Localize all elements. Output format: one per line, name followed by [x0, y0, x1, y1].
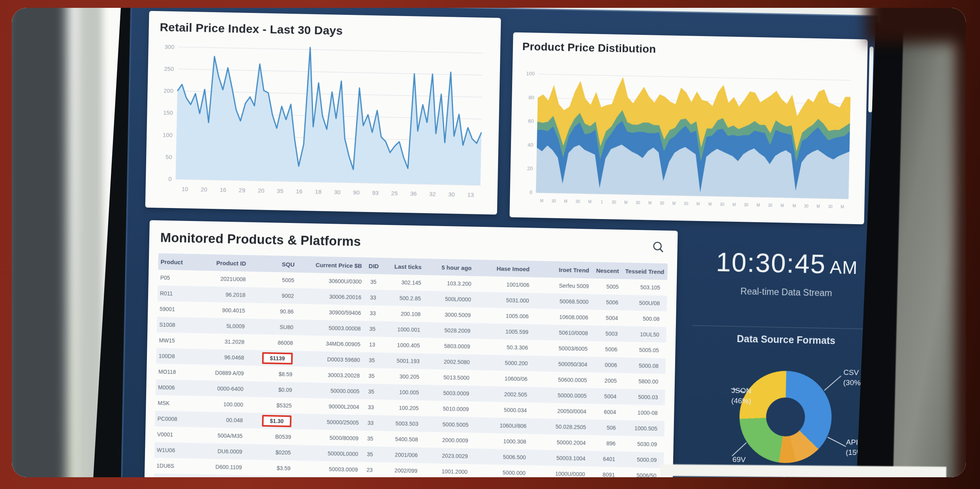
table-cell: 50.3.306 [474, 343, 532, 352]
svg-text:18: 18 [315, 188, 322, 195]
table-cell: 35 [363, 388, 380, 396]
svg-text:30: 30 [612, 200, 616, 205]
svg-text:40: 40 [527, 142, 533, 148]
table-cell: 5005 [593, 283, 623, 291]
svg-text:200: 200 [163, 87, 173, 94]
dashboard-screen: Retail Price Index - Last 30 Days 300250… [120, 8, 878, 477]
table-title: Monitored Products & Platforms [160, 230, 361, 249]
table-cell: 1000.001 [382, 325, 424, 334]
table-cell: 5005 [250, 275, 298, 284]
background-dark-strip [12, 8, 67, 477]
table-cell: 2002.5080 [424, 357, 474, 366]
table-cell: 5004 [591, 392, 620, 401]
table-cell: 5006/50 [619, 471, 660, 477]
table-cell: 3000.5009 [424, 310, 475, 319]
products-table: ProductProduct IDSQUCurrent Price $BDIDL… [153, 253, 668, 477]
table-cell: 1001/006 [475, 280, 533, 289]
svg-text:M: M [648, 201, 652, 205]
table-cell: 5010.0009 [422, 404, 473, 413]
retail-price-card: Retail Price Index - Last 30 Days 300250… [145, 11, 501, 215]
table-cell: 500A/M35 [188, 431, 246, 440]
table-cell: 50003/6005 [532, 344, 591, 353]
table-cell: 1000.505 [620, 424, 661, 433]
svg-text:300: 300 [165, 43, 174, 50]
table-cell: 50600.0005 [531, 375, 591, 384]
table-cell: 5003.503 [380, 419, 422, 428]
clock-time: 10:30:45AM [685, 246, 889, 280]
svg-text:32: 32 [429, 190, 436, 197]
column-header: Nescent [593, 266, 623, 275]
clock-subtitle: Real-time Data Stream [684, 285, 888, 299]
table-cell: 900.4015 [191, 306, 249, 315]
search-icon[interactable] [650, 240, 667, 256]
table-cell: 2001/006 [379, 451, 422, 459]
svg-text:0: 0 [529, 189, 533, 195]
table-cell: 34MD6.00905 [297, 339, 364, 348]
table-cell: 896 [590, 439, 620, 448]
table-cell: 50000.2004 [530, 438, 590, 447]
table-cell: 90.86 [249, 307, 297, 315]
table-cell: 13 [364, 340, 382, 349]
svg-text:60: 60 [528, 118, 534, 124]
table-cell: B0539 [246, 432, 295, 441]
monitor-bottom-edge [660, 464, 946, 477]
table-cell: 2023.0029 [422, 451, 472, 460]
svg-text:29: 29 [239, 187, 245, 193]
table-cell: 10608.0006 [533, 313, 592, 322]
table-cell: $5325 [247, 401, 295, 409]
table-cell: 2002/099 [379, 466, 421, 475]
table-cell: 302.145 [383, 278, 425, 287]
column-header: Hase Imoed [475, 264, 533, 273]
svg-text:30: 30 [720, 202, 725, 206]
table-cell: 30600U/0300 [298, 277, 366, 286]
table-cell: 10UL50 [621, 330, 663, 339]
svg-text:M: M [708, 202, 712, 206]
table-cell: 33 [365, 293, 382, 302]
table-cell: 6004 [590, 408, 620, 417]
svg-text:M: M [540, 199, 543, 203]
table-cell: V0001 [155, 430, 188, 439]
column-header: Product ID [192, 258, 250, 268]
svg-text:0: 0 [168, 176, 172, 182]
table-cell: 50000.0005 [531, 391, 591, 400]
svg-text:30: 30 [768, 203, 773, 208]
table-cell: 500L/0000 [425, 295, 475, 304]
table-cell: 200.108 [382, 310, 424, 318]
table-cell: 1000-08 [620, 408, 661, 417]
table-cell: 35 [362, 435, 380, 443]
table-cell: 5006 [592, 298, 622, 307]
table-cell: 0000-6400 [189, 384, 247, 393]
table-cell: MW15 [157, 336, 190, 345]
table-cell: 35 [366, 278, 383, 286]
table-cell: $0205 [246, 448, 295, 456]
table-cell: D600.1109 [188, 462, 246, 471]
table-cell: $1.30 [246, 414, 295, 428]
svg-text:100: 100 [163, 131, 172, 138]
monitor-side-panel [893, 14, 966, 477]
donut-hole [766, 397, 805, 437]
svg-text:M: M [564, 199, 568, 203]
svg-text:30: 30 [552, 199, 556, 203]
svg-text:16: 16 [296, 188, 303, 194]
table-cell: 300.205 [381, 372, 423, 381]
table-cell: 35 [364, 356, 381, 364]
table-cell: 35 [364, 325, 382, 333]
svg-text:30: 30 [744, 203, 748, 207]
table-cell: 1DU6S [154, 462, 188, 470]
table-cell: 5003.0009 [423, 389, 473, 398]
svg-text:93: 93 [372, 189, 379, 196]
column-header: 5 hour ago [426, 263, 476, 272]
column-header: Last ticks [383, 262, 426, 271]
table-cell: 5031.000 [475, 296, 533, 305]
table-cell: 50000L0000 [295, 449, 362, 458]
table-cell: 50000/25005 [295, 417, 363, 426]
svg-text:30: 30 [828, 205, 833, 209]
table-cell: 20050/0004 [531, 407, 590, 416]
svg-text:36: 36 [410, 190, 417, 197]
table-cell: 2002.505 [473, 390, 531, 399]
table-cell: 33 [362, 419, 380, 427]
table-cell: 1000.405 [382, 341, 424, 350]
table-cell: PC0008 [155, 415, 189, 423]
table-cell: 0006 [591, 361, 621, 369]
table-cell: 96.2018 [191, 290, 249, 299]
